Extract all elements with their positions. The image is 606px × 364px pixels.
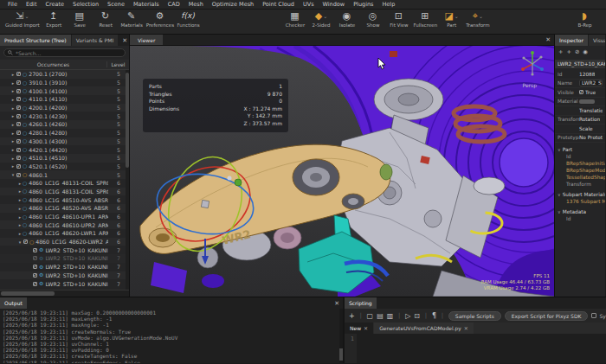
row-checkbox[interactable]: ✓ — [16, 131, 21, 135]
tree-row[interactable]: ▸ ✓ ○ 4100.1 (4100) 5 — [0, 86, 129, 95]
viewport-canvas[interactable]: WR2 — [130, 46, 554, 297]
script-file-tab[interactable]: New ✕ — [345, 322, 373, 334]
tree-row[interactable]: ▸ ✓ ○ 2700.1 (2700) 5 — [0, 70, 129, 79]
toolbar-button[interactable]: ◎ Show — [361, 10, 384, 28]
tree-row[interactable]: ▸ ○ 4860_LC1G_48510-AVS_ABSR_RH 6 — [0, 195, 129, 204]
tree-row[interactable]: ▸ ✓ ○ 4280.1 (4280) 5 — [0, 129, 129, 137]
row-checkbox[interactable]: ✓ — [16, 173, 21, 177]
run-script-icon[interactable]: ▷ — [405, 312, 410, 320]
tree-vertical-scrollbar[interactable] — [126, 70, 129, 290]
column-occurrences[interactable]: Occurrences — [0, 61, 106, 67]
inspector-tree-item[interactable]: ∨Metadata — [555, 208, 605, 215]
checkbox[interactable] — [591, 313, 596, 318]
name-field[interactable]: LWR2_STD+10_KAKUNIN — [579, 80, 603, 86]
menu-item[interactable]: Scene — [103, 1, 129, 8]
script-editor[interactable]: 1 — [345, 334, 606, 363]
tree-row[interactable]: ▾ ✓ ○ 4860_LC1G_48620-LWR2_AR 6 — [0, 238, 129, 246]
separator[interactable]: ❘ — [423, 312, 429, 319]
menu-item[interactable]: Selection — [68, 1, 103, 8]
toolbar-button[interactable]: ◉ Isolate — [335, 10, 358, 28]
toolbar-button[interactable]: ✎ Materials — [120, 10, 144, 28]
tab-product-structure[interactable]: Product Structure (Tree) — [0, 35, 71, 46]
toolbar-button[interactable]: ⌖⌄ Transform — [466, 10, 489, 28]
material-swatch[interactable] — [579, 99, 595, 104]
save-as-icon[interactable]: ▥ — [387, 312, 394, 320]
inspector-tree-item[interactable]: ∨Subpart Materials — [555, 191, 605, 198]
inspector-tree-item[interactable]: Id — [555, 153, 605, 160]
row-checkbox[interactable]: ✓ — [33, 256, 37, 260]
row-checkbox[interactable]: ✓ — [33, 248, 37, 252]
row-checkbox[interactable]: ✓ — [33, 265, 37, 269]
docs-icon[interactable]: ▢ — [367, 312, 374, 320]
inspector-tool-icon[interactable]: ◉ — [583, 48, 588, 55]
toolbar-button[interactable]: ⇲⌄ Guided Import — [5, 10, 40, 28]
tree-row[interactable]: ✓ ⚙ LWR2_STD+10_KAKUNIN 7 — [0, 254, 129, 263]
translation-row[interactable]: Translation — [579, 108, 603, 113]
tab-visualization[interactable]: Visualization — [589, 35, 605, 46]
tab-variants-pmi[interactable]: Variants & PMI — [72, 35, 118, 46]
inspector-tree-item[interactable]: TessellatedShape — [555, 174, 605, 181]
tree-row[interactable]: ▾ ✓ ○ 4860.1 5 — [0, 170, 129, 179]
inspector-tool-icon[interactable]: ⊘ — [575, 48, 579, 55]
toolbar-button[interactable]: ↻ Reset — [94, 10, 118, 28]
expander-icon[interactable]: ▾ — [10, 172, 16, 177]
expander-icon[interactable]: ▸ — [10, 122, 16, 127]
tab-output[interactable]: Output — [0, 297, 27, 309]
menu-item[interactable]: Edit — [22, 1, 42, 8]
toolbar-button[interactable]: ▤ Save — [68, 10, 92, 28]
search-input[interactable]: *Search... — [3, 48, 126, 57]
tree-row[interactable]: ▸ ✓ ○ 4230.1 (4230) 5 — [0, 112, 129, 120]
menu-item[interactable]: Point Cloud — [258, 1, 299, 8]
toolbar-button[interactable]: ↥ Export — [42, 10, 66, 28]
scrollbar-thumb[interactable] — [339, 348, 343, 361]
toolbar-button[interactable]: f(x) Functions — [177, 10, 200, 28]
row-checkbox[interactable]: ✓ — [16, 139, 21, 144]
row-checkbox[interactable]: ✓ — [16, 148, 21, 152]
expander-icon[interactable]: ▸ — [10, 88, 16, 93]
scale-row[interactable]: Scale — [579, 126, 593, 131]
row-checkbox[interactable]: ✓ — [16, 80, 21, 85]
synchronous-toggle[interactable]: Synchronous — [591, 313, 606, 319]
toolbar-button[interactable]: ⊡ Fit View — [387, 10, 410, 28]
inspector-tree-item[interactable]: Transform — [555, 181, 605, 188]
tree-row[interactable]: ▸ ○ 4860_LC1G_48131-COIL_SPRG_R 6 — [0, 179, 129, 188]
visible-checkbox[interactable]: ✓ — [579, 90, 583, 94]
tab-inspector[interactable]: Inspector — [555, 35, 588, 46]
script-file-tab[interactable]: GenerateUVsFromCADModel.py ✕ — [374, 322, 474, 334]
expander-icon[interactable]: ▸ — [10, 80, 16, 86]
tree-row[interactable]: ▸ ○ 4860_LC1G_48610-UPR2_ARM_R 6 — [0, 220, 129, 229]
tab-scripting[interactable]: Scripting — [345, 297, 377, 309]
tree-horizontal-scrollbar[interactable] — [0, 290, 129, 297]
toolbar-button[interactable]: ◪⌄ Part — [440, 10, 463, 28]
tree-row[interactable]: ▸ ○ 4860_LC1G_48520-AVS_ABSR_LH 6 — [0, 204, 129, 213]
close-icon[interactable]: ✕ — [542, 35, 554, 45]
menu-item[interactable]: Window — [319, 1, 350, 8]
row-checkbox[interactable]: ✓ — [16, 89, 21, 93]
tree-row[interactable]: ▸ ✓ ○ 4260.1 (4260) 5 — [0, 120, 129, 129]
rotation-row[interactable]: Rotation — [579, 117, 600, 122]
row-checkbox[interactable]: ✓ — [16, 164, 21, 169]
row-checkbox[interactable]: ✓ — [16, 114, 21, 118]
tree-row[interactable]: ✓ ⚙ LWR2_STD+10_KAKUNIN 7 — [0, 246, 129, 254]
script-action-pill[interactable]: Export Script for Pixyz SDK — [505, 311, 589, 321]
inspector-tree-item[interactable]: Id — [555, 215, 605, 222]
row-checkbox[interactable]: ✓ — [16, 156, 21, 160]
separator[interactable]: ❘ — [396, 312, 402, 319]
row-checkbox[interactable]: ✓ — [16, 105, 21, 110]
run-selection-icon[interactable]: ⊡ — [414, 312, 420, 320]
toolbar-button[interactable]: ⊞ Fullscreen — [413, 10, 437, 28]
row-checkbox[interactable]: ✓ — [16, 97, 21, 101]
toolbar-button[interactable]: ◗ B-Rep — [573, 10, 596, 28]
editor-text-area[interactable] — [357, 334, 606, 363]
tree-row[interactable]: ▸ ○ 4860_LC1G_48131-COIL_SPRG_R 6 — [0, 188, 129, 196]
expander-icon[interactable]: ▸ — [10, 105, 16, 111]
script-action-pill[interactable]: Sample Scripts — [448, 311, 501, 321]
expander-icon[interactable]: ▸ — [10, 163, 16, 169]
row-checkbox[interactable]: ✓ — [16, 72, 21, 76]
navigation-gizmo[interactable] — [518, 49, 547, 79]
row-checkbox[interactable]: ✓ — [23, 239, 28, 244]
save-script-icon[interactable]: ▤ — [377, 312, 384, 320]
tree-row[interactable]: ✓ ⚙ LWR2_STD+10_KAKUNIN 7 — [0, 279, 129, 288]
tree-row[interactable]: ▸ ✓ ○ 4110.1 (4110) 5 — [0, 95, 129, 104]
tree-row[interactable]: ▸ ✓ ○ 4510.1 (4510) 5 — [0, 154, 129, 163]
